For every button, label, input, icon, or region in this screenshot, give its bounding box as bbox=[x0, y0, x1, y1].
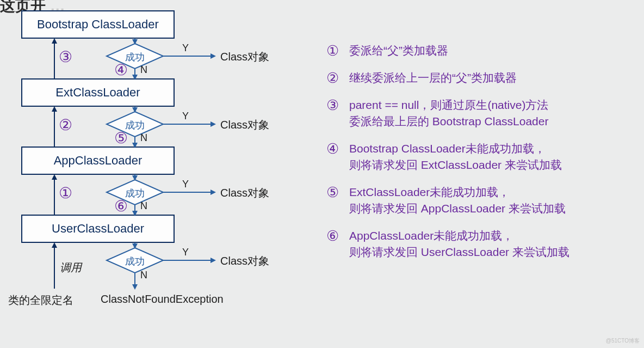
legend-row-2: ② 继续委派给上一层的“父”类加载器 bbox=[326, 70, 631, 86]
legend-text-4: Bootstrap ClassLoader未能成功加载， 则将请求发回 ExtC… bbox=[349, 141, 562, 173]
diagram-canvas: 这页开 … bbox=[0, 0, 644, 348]
legend-text-5: ExtClassLoader未能成功加载， 则将请求发回 AppClassLoa… bbox=[349, 184, 566, 217]
y-3: Y bbox=[182, 179, 189, 190]
box-user: UserClassLoader bbox=[22, 222, 174, 236]
legend-num-4: ④ bbox=[326, 141, 349, 157]
not-found: ClassNotFoundException bbox=[101, 293, 224, 306]
num-2-arrow: ② bbox=[59, 116, 72, 134]
legend-row-3: ③ parent == null，则通过原生(native)方法 委派给最上层的… bbox=[326, 97, 631, 130]
legend-row-6: ⑥ AppClassLoader未能成功加载， 则将请求发回 UserClass… bbox=[326, 228, 631, 260]
legend: ① 委派给“父”类加载器 ② 继续委派给上一层的“父”类加载器 ③ parent… bbox=[326, 42, 631, 271]
legend-row-5: ⑤ ExtClassLoader未能成功加载， 则将请求发回 AppClassL… bbox=[326, 184, 631, 217]
legend-num-3: ③ bbox=[326, 97, 349, 113]
num-5-arrow: ⑤ bbox=[114, 129, 128, 147]
y-4: Y bbox=[182, 247, 189, 258]
legend-text-2: 继续委派给上一层的“父”类加载器 bbox=[349, 70, 517, 86]
n-1: N bbox=[140, 64, 147, 76]
class-obj-4: Class对象 bbox=[220, 254, 269, 268]
legend-row-4: ④ Bootstrap ClassLoader未能成功加载， 则将请求发回 Ex… bbox=[326, 141, 631, 173]
n-2: N bbox=[140, 132, 147, 144]
watermark: @51CTO博客 bbox=[606, 337, 640, 345]
diamond-4: 成功 bbox=[119, 255, 151, 268]
class-obj-2: Class对象 bbox=[220, 118, 269, 132]
start-label: 类的全限定名 bbox=[8, 293, 73, 308]
legend-num-5: ⑤ bbox=[326, 184, 349, 200]
num-1-arrow: ① bbox=[59, 184, 72, 202]
box-bootstrap: Bootstrap ClassLoader bbox=[22, 17, 174, 32]
class-obj-3: Class对象 bbox=[220, 186, 269, 200]
legend-row-1: ① 委派给“父”类加载器 bbox=[326, 42, 631, 59]
num-6-arrow: ⑥ bbox=[114, 197, 128, 215]
legend-text-1: 委派给“父”类加载器 bbox=[349, 42, 448, 59]
call-label: 调用 bbox=[60, 260, 82, 275]
legend-num-1: ① bbox=[326, 42, 349, 59]
n-4: N bbox=[140, 270, 147, 281]
y-1: Y bbox=[182, 42, 189, 54]
legend-num-6: ⑥ bbox=[326, 228, 349, 244]
legend-text-6: AppClassLoader未能成功加载， 则将请求发回 UserClassLo… bbox=[349, 228, 569, 260]
y-2: Y bbox=[182, 111, 189, 122]
num-3-arrow: ③ bbox=[59, 48, 72, 66]
num-4-arrow: ④ bbox=[114, 61, 128, 79]
class-obj-1: Class对象 bbox=[220, 50, 269, 64]
n-3: N bbox=[140, 200, 147, 212]
legend-text-3: parent == null，则通过原生(native)方法 委派给最上层的 B… bbox=[349, 97, 548, 130]
box-ext: ExtClassLoader bbox=[22, 86, 174, 100]
legend-num-2: ② bbox=[326, 70, 349, 86]
box-app: AppClassLoader bbox=[22, 154, 174, 168]
